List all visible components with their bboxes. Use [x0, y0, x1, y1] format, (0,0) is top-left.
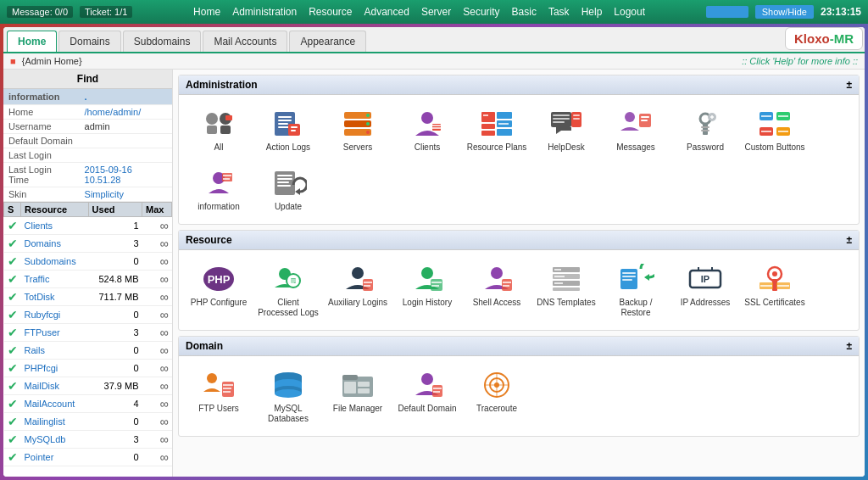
- auxiliary-logins-item[interactable]: Auxiliary Logins: [325, 257, 391, 323]
- nav-basic[interactable]: Basic: [512, 6, 537, 18]
- custom-buttons-item[interactable]: Custom Buttons: [742, 102, 808, 158]
- ftp-users-item[interactable]: FTP Users: [186, 363, 252, 429]
- svg-rect-97: [622, 279, 632, 281]
- default-domain-item[interactable]: Default Domain: [394, 363, 460, 429]
- clients-item[interactable]: Clients: [394, 102, 460, 158]
- traceroute-item[interactable]: Traceroute: [464, 363, 530, 429]
- client-logs-icon: [270, 264, 307, 294]
- svg-point-110: [207, 373, 217, 383]
- aux-logins-icon: [339, 264, 376, 294]
- all-icon: [200, 109, 237, 139]
- nav-administration[interactable]: Administration: [232, 6, 297, 18]
- file-manager-label: File Manager: [333, 404, 382, 414]
- file-manager-item[interactable]: File Manager: [325, 363, 391, 429]
- password-item[interactable]: Password: [672, 102, 738, 158]
- nav-home[interactable]: Home: [193, 6, 220, 18]
- clients-icon: [409, 109, 446, 139]
- help-link[interactable]: :: Click 'Help' for more info ::: [742, 56, 858, 66]
- info-section-label: information: [3, 89, 80, 105]
- resource-row: ✔ Rails 0 ∞: [4, 342, 172, 360]
- login-history-item[interactable]: Login History: [394, 257, 460, 323]
- dns-templates-label: DNS Templates: [537, 298, 595, 308]
- action-logs-label: Action Logs: [266, 142, 310, 153]
- nav-help[interactable]: Help: [581, 6, 603, 18]
- svg-rect-90: [553, 287, 580, 291]
- svg-text:PHP: PHP: [208, 273, 231, 286]
- status-icon: ✔: [8, 308, 18, 321]
- svg-rect-43: [703, 123, 708, 135]
- svg-rect-124: [344, 382, 356, 393]
- svg-point-17: [366, 122, 370, 126]
- tab-domains[interactable]: Domains: [58, 31, 120, 52]
- domain-grid: FTP Users: [179, 356, 859, 436]
- ssl-certificates-item[interactable]: SSL Certificates: [742, 257, 808, 323]
- shell-icon: [478, 264, 515, 294]
- resource-plans-item[interactable]: Resource Plans: [464, 102, 530, 158]
- php-configure-item[interactable]: PHP PHP Configure: [186, 257, 252, 323]
- info-row-default-domain: Default Domain: [3, 134, 172, 148]
- clients-label: Clients: [415, 142, 441, 153]
- svg-point-38: [625, 112, 635, 122]
- domain-header: Domain ±: [179, 337, 859, 356]
- default-domain-label: Default Domain: [398, 404, 457, 414]
- resource-row: ✔ Traffic 524.8 MB ∞: [4, 271, 172, 288]
- mysql-databases-item[interactable]: MySQL Databases: [255, 363, 321, 429]
- tab-home[interactable]: Home: [7, 31, 57, 52]
- action-logs-item[interactable]: Action Logs: [255, 102, 321, 158]
- nav-server[interactable]: Server: [421, 6, 451, 18]
- password-label: Password: [687, 142, 724, 153]
- nav-task[interactable]: Task: [548, 6, 570, 18]
- nav-resource[interactable]: Resource: [309, 6, 352, 18]
- ip-addresses-item[interactable]: IP IP Addresses: [672, 257, 738, 323]
- nav-logout[interactable]: Logout: [614, 6, 645, 18]
- servers-item[interactable]: Servers: [325, 102, 391, 158]
- tab-mail-accounts[interactable]: Mail Accounts: [203, 31, 287, 52]
- svg-rect-12: [291, 130, 296, 131]
- message-status: Message: 0/0: [7, 6, 73, 18]
- action-logs-icon: [270, 109, 307, 139]
- traceroute-label: Traceroute: [476, 404, 517, 414]
- servers-icon: [339, 109, 376, 139]
- svg-rect-24: [481, 124, 495, 129]
- ftp-users-label: FTP Users: [198, 404, 239, 414]
- update-item[interactable]: Update: [255, 161, 321, 217]
- info-dot: .: [80, 89, 172, 105]
- svg-marker-66: [295, 188, 300, 195]
- svg-rect-64: [277, 181, 289, 183]
- messages-label: Messages: [616, 142, 655, 153]
- resource-row: ✔ Rubyfcgi 0 ∞: [4, 306, 172, 324]
- resource-row: ✔ TotDisk 711.7 MB ∞: [4, 288, 172, 306]
- all-item[interactable]: All: [186, 102, 252, 158]
- all-label: All: [214, 142, 223, 153]
- dns-icon: [548, 264, 585, 294]
- nav-security[interactable]: Security: [463, 6, 499, 18]
- ip-icon: IP: [687, 264, 724, 294]
- client-processed-logs-item[interactable]: Client Processed Logs: [255, 257, 321, 323]
- ip-addresses-label: IP Addresses: [681, 298, 731, 308]
- dns-templates-item[interactable]: DNS Templates: [533, 257, 599, 323]
- resource-row: ✔ Pointer 0 ∞: [4, 449, 172, 466]
- custom-buttons-icon: [756, 109, 793, 139]
- svg-rect-4: [225, 115, 232, 120]
- logo-text2: -MR: [830, 31, 854, 46]
- info-row-skin: Skin Simplicity: [3, 187, 172, 202]
- shell-access-label: Shell Access: [473, 298, 521, 308]
- resource-row: ✔ MailAccount 4 ∞: [4, 395, 172, 413]
- shell-access-item[interactable]: Shell Access: [464, 257, 530, 323]
- status-area: Message: 0/0 Ticket: 1/1: [7, 6, 132, 18]
- ticket-status: Ticket: 1/1: [80, 6, 132, 18]
- svg-rect-8: [278, 123, 288, 125]
- information-item[interactable]: information: [186, 161, 252, 217]
- status-icon: ✔: [8, 326, 18, 339]
- svg-rect-35: [553, 121, 565, 123]
- col-resource: Resource: [21, 203, 89, 217]
- information-icon: [200, 168, 237, 198]
- nav-advanced[interactable]: Advanced: [364, 6, 409, 18]
- tab-appearance[interactable]: Appearance: [289, 31, 366, 52]
- show-hide-button[interactable]: Show/Hide: [755, 5, 814, 19]
- tab-subdomains[interactable]: Subdomains: [123, 31, 202, 52]
- messages-item[interactable]: Messages: [603, 102, 669, 158]
- backup-restore-item[interactable]: Backup / Restore: [603, 257, 669, 323]
- helpdesk-item[interactable]: HelpDesk: [533, 102, 599, 158]
- resource-row: ✔ Subdomains 0 ∞: [4, 253, 172, 271]
